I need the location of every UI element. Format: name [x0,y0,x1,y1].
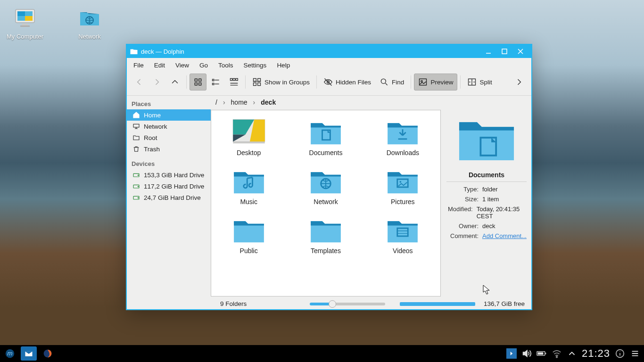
file-item-label: Public [240,247,258,255]
file-item-videos[interactable]: Videos [374,215,431,255]
status-item-count: 9 Folders [220,300,296,307]
svg-point-30 [138,175,138,175]
preview-icon [418,77,428,87]
info-tray-icon[interactable] [615,348,625,359]
split-button[interactable]: Split [463,74,495,90]
app-launcher-button[interactable]: m [2,346,18,361]
view-details-button[interactable] [225,74,242,90]
menu-file[interactable]: File [133,62,144,69]
volume-icon[interactable] [521,348,532,359]
view-compact-button[interactable] [207,74,224,90]
minimize-button[interactable] [480,45,496,58]
files-pane[interactable]: DesktopDocumentsDownloadsMusicNetworkPic… [211,110,441,296]
forward-button[interactable] [149,74,165,90]
app-icon [130,47,138,56]
back-button[interactable] [131,74,148,90]
desktop-icon-network[interactable]: Network [78,7,101,40]
home-icon [132,111,140,119]
sidebar-item-label: Root [144,134,157,141]
preview-label: Preview [430,79,453,86]
sidebar-item-home[interactable]: Home [127,109,211,121]
taskbar-clock[interactable]: 21:23 [582,347,610,360]
sidebar-item-drive-3[interactable]: 24,7 GiB Hard Drive [127,192,211,203]
menu-tray-icon[interactable] [630,348,640,359]
svg-rect-28 [135,129,138,129]
view-icons-button[interactable] [190,74,206,90]
info-comment-label: Comment: [446,232,479,239]
preview-button[interactable]: Preview [414,74,457,90]
info-title: Documents [446,171,527,179]
file-item-downloads[interactable]: Downloads [374,117,431,156]
breadcrumb-current[interactable]: deck [261,99,276,106]
titlebar[interactable]: deck — Dolphin [127,45,531,58]
battery-icon[interactable] [537,348,547,359]
dolphin-window: deck — Dolphin File Edit View Go Tools S… [126,44,532,310]
info-comment-link[interactable]: Add Comment... [482,232,527,239]
sidebar-item-trash[interactable]: Trash [127,143,211,155]
wifi-icon[interactable] [552,348,562,359]
hidden-files-icon [323,77,333,87]
sidebar-item-drive-2[interactable]: 117,2 GiB Hard Drive [127,181,211,192]
tray-notifier-icon[interactable] [506,348,517,359]
file-item-label: Music [240,198,257,206]
file-item-templates[interactable]: Templates [297,215,354,255]
file-item-label: Network [314,198,338,206]
svg-point-32 [138,186,138,187]
svg-rect-16 [236,79,238,81]
find-button[interactable]: Find [376,74,408,90]
info-type-label: Type: [446,186,479,193]
info-size-label: Size: [446,196,479,203]
breadcrumb-root[interactable]: / [215,99,217,106]
trash-icon [132,145,140,153]
maximize-button[interactable] [496,45,512,58]
taskbar-dolphin-button[interactable] [21,346,37,361]
taskbar-firefox-button[interactable] [40,346,56,361]
sidebar-item-drive-1[interactable]: 153,3 GiB Hard Drive [127,169,211,181]
drive-icon [132,182,140,190]
sidebar-item-root[interactable]: Root [127,132,211,143]
sidebar-item-network[interactable]: Network [127,121,211,132]
network-icon [132,123,140,130]
menu-help[interactable]: Help [277,62,290,69]
desktop-icon-label: My Computer [7,33,43,40]
file-item-pictures[interactable]: Pictures [374,166,431,206]
close-button[interactable] [512,45,528,58]
menu-tools[interactable]: Tools [218,62,233,69]
svg-rect-15 [233,79,235,81]
svg-rect-8 [195,79,197,81]
menu-go[interactable]: Go [199,62,208,69]
svg-rect-2 [17,11,25,16]
separator [460,75,461,89]
hidden-files-button[interactable]: Hidden Files [320,74,375,90]
menu-view[interactable]: View [175,62,189,69]
desktop-icon-my-computer[interactable]: My Computer [7,7,43,40]
svg-rect-10 [195,83,197,85]
menu-edit[interactable]: Edit [154,62,165,69]
file-item-label: Templates [311,247,341,255]
svg-text:m: m [7,350,12,357]
toolbar-overflow-button[interactable] [511,74,528,90]
menu-settings[interactable]: Settings [244,62,267,69]
up-button[interactable] [166,74,183,90]
file-item-desktop[interactable]: Desktop [221,117,277,156]
show-in-groups-button[interactable]: Show in Groups [248,74,314,90]
separator [411,75,411,89]
zoom-slider[interactable] [310,303,385,305]
chevron-right-icon: › [253,99,256,106]
separator [316,75,317,89]
tray-expand-icon[interactable] [567,348,577,359]
file-item-network[interactable]: Network [297,166,354,206]
svg-rect-39 [233,142,265,144]
separator [245,75,246,89]
sidebar-item-label: Network [144,123,167,130]
split-icon [467,77,477,87]
taskbar: m 21:23 [0,345,644,362]
info-owner-label: Owner: [446,222,479,230]
svg-rect-19 [254,83,256,86]
svg-rect-7 [502,49,507,54]
file-item-documents[interactable]: Documents [297,117,354,156]
file-item-public[interactable]: Public [221,215,277,255]
file-item-music[interactable]: Music [221,166,277,206]
breadcrumb-home[interactable]: home [231,99,248,106]
free-space-bar [400,302,475,306]
